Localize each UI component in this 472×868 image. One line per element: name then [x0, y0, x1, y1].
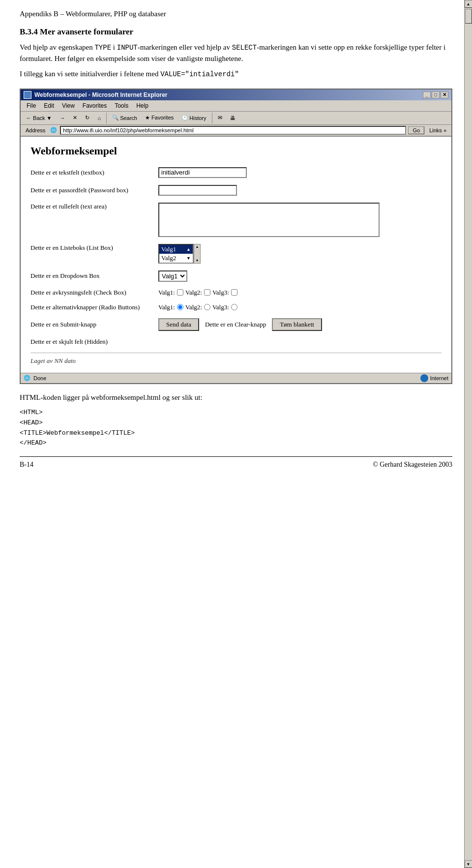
dropdown-label: Dette er en Dropdown Box — [30, 272, 158, 280]
search-label: Search — [120, 115, 137, 121]
browser-content-wrapper: Webformeksempel Dette er et tekstfelt (t… — [21, 136, 451, 373]
radio-label-3: Valg3: — [212, 303, 229, 311]
toolbar-sep2 — [212, 113, 212, 123]
listbox-row: Dette er en Listeboks (List Box) Valg1 ▲… — [30, 244, 442, 264]
code-line-3: <TITLE>Webformeksempel</TITLE> — [20, 428, 452, 439]
clear-button[interactable]: Tøm blankett — [272, 318, 322, 331]
section-heading: B.3.4 Mer avanserte formularer — [20, 27, 452, 37]
footer-right: © Gerhard Skagesteien 2003 — [373, 461, 452, 469]
radio-group: Valg1: Valg2: Valg3: — [158, 303, 237, 311]
password-row: Dette er et passordfelt (Password box) — [30, 185, 442, 196]
menu-file[interactable]: File — [23, 101, 40, 110]
checkbox-label-2: Valg2: — [185, 289, 202, 297]
listbox-item-2[interactable]: Valg2 ▼ — [159, 254, 193, 263]
radio-1[interactable] — [177, 304, 183, 310]
links-label: Links » — [426, 127, 449, 134]
radio-row: Dette er alternativknapper (Radio Button… — [30, 303, 442, 311]
browser-titlebar: Webformeksempel - Microsoft Internet Exp… — [21, 90, 451, 100]
forward-button[interactable]: → — [56, 114, 68, 122]
menu-help[interactable]: Help — [132, 101, 152, 110]
print-button[interactable]: 🖶 — [227, 114, 239, 122]
listbox-container: Valg1 ▲ Valg2 ▼ ▲ ▼ — [158, 244, 201, 264]
textbox-row: Dette er et tekstfelt (textbox) — [30, 167, 442, 178]
input-code: INPUT — [117, 44, 138, 52]
code-block: <HTML> <HEAD> <TITLE>Webformeksempel</TI… — [20, 408, 452, 449]
scroll-up-arrow[interactable]: ▲ — [465, 0, 472, 8]
checkbox-3[interactable] — [231, 289, 237, 296]
mail-button[interactable]: ✉ — [214, 113, 226, 122]
checkbox-2[interactable] — [204, 289, 210, 296]
listbox[interactable]: Valg1 ▲ Valg2 ▼ — [158, 244, 194, 264]
go-button[interactable]: Go — [408, 126, 424, 134]
select-code: SELECT — [232, 44, 257, 52]
password-input[interactable] — [158, 185, 237, 196]
page-footer: B-14 © Gerhard Skagesteien 2003 — [20, 456, 452, 469]
code-line-4: </HEAD> — [20, 438, 452, 449]
menu-view[interactable]: View — [58, 101, 79, 110]
history-button[interactable]: 🕐 History — [178, 113, 209, 122]
browser-toolbar: ← Back ▼ → ✕ ↻ ⌂ 🔍 Search ★ Favorites 🕐 … — [21, 112, 451, 125]
toolbar-sep1 — [106, 113, 107, 123]
webform-heading: Webformeksempel — [30, 145, 442, 157]
address-page-icon: 🌐 — [50, 127, 57, 133]
listbox-item-1[interactable]: Valg1 ▲ — [159, 245, 193, 254]
checkbox-row: Dette er avkrysningsfelt (Check Box) Val… — [30, 289, 442, 297]
checkbox-label-3: Valg3: — [212, 289, 229, 297]
submit-button[interactable]: Send data — [158, 318, 199, 331]
back-button[interactable]: ← Back ▼ — [23, 114, 55, 122]
browser-scrollbar: ▲ ▼ — [464, 0, 472, 483]
menu-favorites[interactable]: Favorites — [79, 101, 111, 110]
textbox-input[interactable] — [158, 167, 247, 178]
radio-3[interactable] — [231, 304, 237, 310]
status-zone: Internet — [389, 374, 448, 382]
value-code: VALUE="intialverdi" — [160, 70, 239, 78]
minimize-button[interactable]: _ — [423, 91, 431, 98]
browser-title: Webformeksempel - Microsoft Internet Exp… — [34, 91, 168, 98]
dropdown-row: Dette er en Dropdown Box Valg1 Valg2 — [30, 270, 442, 282]
dropdown-select[interactable]: Valg1 Valg2 — [158, 270, 187, 282]
menu-tools[interactable]: Tools — [111, 101, 132, 110]
checkbox-label-1: Valg1: — [158, 289, 175, 297]
scroll-down-icon[interactable]: ▼ — [195, 258, 200, 263]
textbox-label: Dette er et tekstfelt (textbox) — [30, 169, 158, 177]
textarea-input[interactable] — [158, 203, 380, 237]
home-button[interactable]: ⌂ — [94, 114, 104, 122]
address-input[interactable] — [60, 126, 406, 135]
radio-label-1: Valg1: — [158, 303, 175, 311]
textarea-label: Dette er et rullefelt (text area) — [30, 203, 158, 210]
status-text: Done — [33, 375, 386, 381]
close-button[interactable]: ✕ — [441, 91, 448, 98]
search-button[interactable]: 🔍 Search — [109, 113, 141, 122]
maximize-button[interactable]: □ — [432, 91, 440, 98]
stop-button[interactable]: ✕ — [69, 113, 81, 122]
checkbox-1[interactable] — [177, 289, 183, 296]
password-label: Dette er et passordfelt (Password box) — [30, 186, 158, 194]
scroll-thumb[interactable] — [465, 9, 472, 24]
form-divider — [30, 353, 442, 353]
refresh-button[interactable]: ↻ — [82, 113, 93, 122]
type-code: TYPE — [94, 44, 111, 52]
history-icon: 🕐 — [181, 115, 188, 121]
browser-icon-small: 🌐 — [24, 375, 30, 381]
browser-menubar: File Edit View Favorites Tools Help — [21, 100, 451, 112]
submit-row: Dette er en Submit-knapp Send data Dette… — [30, 318, 442, 331]
after-browser-text: HTML-koden ligger på webformeksempel.htm… — [20, 392, 452, 403]
hidden-label: Dette er et skjult felt (Hidden) — [30, 338, 158, 346]
titlebar-buttons[interactable]: _ □ ✕ — [423, 91, 448, 98]
checkbox-group: Valg1: Valg2: Valg3: — [158, 289, 237, 297]
clear-label: Dette er en Clear-knapp — [205, 321, 266, 329]
zone-text: Internet — [430, 375, 448, 381]
footer-left: B-14 — [20, 461, 33, 469]
checkbox-label: Dette er avkrysningsfelt (Check Box) — [30, 289, 158, 297]
menu-edit[interactable]: Edit — [40, 101, 58, 110]
para1-text1: Ved hjelp av egenskapen — [20, 43, 94, 51]
body-para1: Ved hjelp av egenskapen TYPE i INPUT-mar… — [20, 42, 452, 64]
radio-2[interactable] — [204, 304, 210, 310]
browser-content: Webformeksempel Dette er et tekstfelt (t… — [21, 136, 451, 373]
favorites-toolbar-button[interactable]: ★ Favorites — [142, 113, 177, 122]
browser-window: Webformeksempel - Microsoft Internet Exp… — [20, 89, 452, 384]
code-line-2: <HEAD> — [20, 418, 452, 428]
para1-text2: i — [111, 43, 117, 51]
code-line-1: <HTML> — [20, 408, 452, 418]
scroll-up-icon[interactable]: ▲ — [195, 244, 200, 249]
